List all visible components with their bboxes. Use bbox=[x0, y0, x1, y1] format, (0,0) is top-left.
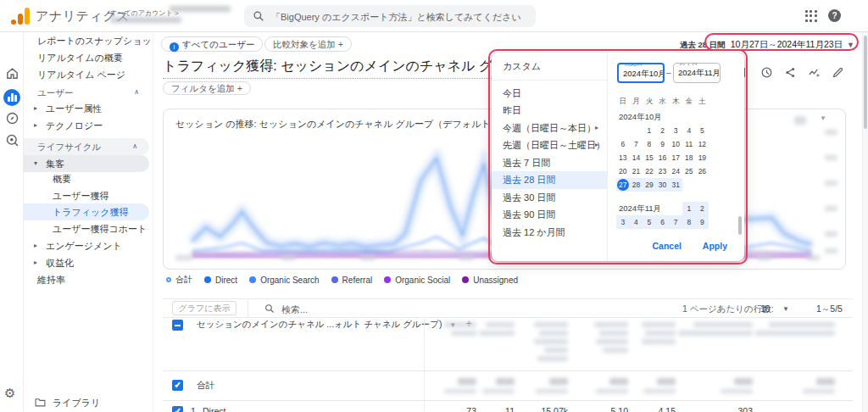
calendar-day[interactable]: 15 bbox=[643, 151, 656, 164]
sidebar-item[interactable]: 維持率 bbox=[24, 271, 151, 288]
advertising-icon[interactable] bbox=[5, 133, 19, 148]
select-all-checkbox[interactable] bbox=[172, 320, 183, 331]
legend-item[interactable]: Direct bbox=[204, 274, 237, 286]
calendar-day[interactable]: 1 bbox=[682, 202, 696, 215]
date-preset-option[interactable]: カスタム bbox=[492, 58, 607, 75]
share-icon[interactable] bbox=[784, 66, 797, 79]
page-scrollbar[interactable] bbox=[862, 32, 868, 412]
start-date-field[interactable]: 開始日 2024年10月2 bbox=[617, 63, 665, 83]
audience-chip[interactable]: iすべてのユーザー bbox=[161, 36, 263, 52]
analytics-logo-icon[interactable] bbox=[11, 8, 30, 25]
sidebar-item[interactable]: ユーザー∧ bbox=[24, 84, 151, 101]
sidebar-item[interactable]: レポートのスナップショット bbox=[24, 32, 151, 49]
date-range-button[interactable]: 過去 28 日間10月27日～2024年11月23日▼ bbox=[669, 36, 854, 52]
sidebar-item[interactable]: ライフサイクル∧ bbox=[24, 138, 149, 155]
show-on-chart-button[interactable]: グラフに表示 bbox=[172, 301, 236, 315]
calendar-day[interactable]: 4 bbox=[630, 215, 643, 229]
scrollbar-thumb[interactable] bbox=[864, 36, 867, 129]
calendar-day[interactable]: 14 bbox=[630, 151, 643, 164]
date-preset-option[interactable]: 過去 12 か月間 bbox=[492, 224, 607, 240]
explore-icon[interactable] bbox=[5, 111, 19, 125]
chart-type-icon[interactable] bbox=[794, 116, 806, 125]
calendar-day[interactable]: 6 bbox=[616, 137, 630, 151]
sidebar-item-library[interactable]: ライブラリ bbox=[24, 394, 151, 411]
picker-scrollbar[interactable] bbox=[738, 216, 742, 235]
collapse-section-icon[interactable]: ∧ bbox=[134, 84, 139, 101]
calendar-day[interactable]: 18 bbox=[682, 151, 696, 164]
row1-checkbox[interactable] bbox=[172, 406, 183, 412]
apply-button[interactable]: Apply bbox=[703, 241, 727, 251]
end-date-field[interactable]: 終了日 2024年11月2 bbox=[673, 63, 721, 83]
date-preset-option[interactable]: 過去 30 日間 bbox=[492, 189, 607, 207]
reports-icon[interactable] bbox=[3, 89, 20, 106]
home-icon[interactable] bbox=[5, 66, 19, 81]
chart-menu-chevron-icon[interactable]: ▼ bbox=[820, 114, 826, 122]
rows-per-page-chevron-icon[interactable]: ▼ bbox=[782, 305, 789, 313]
date-preset-option[interactable]: 先週（日曜日～土曜日）▸ bbox=[492, 136, 607, 154]
calendar-day[interactable]: 3 bbox=[669, 124, 682, 137]
calendar-day[interactable]: 27 bbox=[616, 178, 630, 192]
calendar-day[interactable]: 16 bbox=[656, 151, 670, 164]
apps-grid-icon[interactable] bbox=[805, 10, 817, 22]
edit-pencil-icon[interactable] bbox=[832, 66, 844, 79]
sidebar-item[interactable]: 概要 bbox=[24, 170, 151, 187]
calendar-day[interactable]: 20 bbox=[616, 164, 630, 178]
calendar-day[interactable]: 8 bbox=[643, 137, 656, 151]
calendar-day[interactable]: 22 bbox=[643, 164, 656, 178]
calendar-day[interactable]: 25 bbox=[682, 164, 696, 178]
date-preset-option[interactable]: 今日 bbox=[492, 85, 607, 103]
calendar-day[interactable]: 4 bbox=[682, 124, 696, 137]
calendar-day[interactable]: 19 bbox=[696, 151, 709, 164]
sidebar-item[interactable]: リアルタイム ページ bbox=[24, 66, 151, 83]
legend-item[interactable]: 合計 bbox=[166, 274, 192, 286]
calendar-day[interactable]: 28 bbox=[630, 178, 643, 192]
calendar-day[interactable]: 17 bbox=[669, 151, 682, 164]
legend-item[interactable]: Unassigned bbox=[462, 274, 518, 286]
sidebar-item[interactable]: ユーザー獲得 bbox=[24, 187, 151, 204]
insights-clock-icon[interactable] bbox=[760, 66, 773, 79]
calendar-day[interactable]: 31 bbox=[669, 178, 682, 192]
calendar-day[interactable]: 3 bbox=[616, 215, 630, 229]
calendar-day[interactable]: 23 bbox=[656, 164, 670, 178]
calendar-day[interactable]: 29 bbox=[643, 178, 656, 192]
legend-item[interactable]: Referral bbox=[331, 274, 373, 286]
date-preset-option[interactable]: 今週（日曜日～本日）▸ bbox=[492, 120, 607, 137]
calendar-day[interactable]: 12 bbox=[696, 137, 709, 151]
calendar-day[interactable]: 9 bbox=[696, 215, 709, 229]
calendar-day[interactable]: 13 bbox=[616, 151, 630, 164]
calendar-day[interactable]: 8 bbox=[682, 215, 696, 229]
sidebar-item[interactable]: ▸エンゲージメント bbox=[24, 237, 151, 254]
global-search-input[interactable]: 「BigQuery のエクスポート方法」と検索してみてください bbox=[244, 5, 536, 27]
cancel-button[interactable]: Cancel bbox=[652, 241, 681, 251]
totals-checkbox[interactable] bbox=[172, 380, 183, 391]
calendar-day[interactable]: 7 bbox=[669, 215, 682, 229]
insights-spark-icon[interactable] bbox=[808, 66, 821, 79]
help-icon[interactable]: ? bbox=[828, 9, 841, 22]
calendar-day[interactable]: 5 bbox=[643, 215, 656, 229]
sidebar-item[interactable]: ▸収益化 bbox=[24, 254, 151, 271]
dimension-column-header[interactable]: セッションのメインのチャネル ...ォルト チャネル グループ) ▼ + bbox=[197, 317, 472, 331]
calendar-day[interactable]: 6 bbox=[656, 215, 670, 229]
calendar-day[interactable]: 30 bbox=[656, 178, 670, 192]
admin-gear-icon[interactable]: ⚙ bbox=[4, 386, 15, 401]
calendar-day[interactable]: 11 bbox=[682, 137, 696, 151]
calendar-day[interactable]: 2 bbox=[696, 202, 709, 215]
collapse-section-icon[interactable]: ∧ bbox=[132, 138, 137, 155]
sidebar-item[interactable]: ▾集客 bbox=[24, 155, 149, 172]
date-preset-option[interactable]: 過去 7 日間 bbox=[492, 154, 607, 172]
table-search-icon[interactable] bbox=[264, 303, 275, 314]
legend-item[interactable]: Organic Search bbox=[249, 274, 319, 286]
legend-item[interactable]: Organic Social bbox=[384, 274, 450, 286]
sidebar-item[interactable]: ▸ユーザー属性 bbox=[24, 100, 151, 117]
calendar-day[interactable]: 21 bbox=[630, 164, 643, 178]
calendar-day[interactable]: 9 bbox=[656, 137, 670, 151]
table-search-input[interactable]: 検索... bbox=[281, 303, 308, 316]
add-comparison-chip[interactable]: 比較対象を追加 + bbox=[264, 36, 352, 52]
calendar-day[interactable]: 26 bbox=[696, 164, 709, 178]
sidebar-item[interactable]: ▸テクノロジー bbox=[24, 117, 151, 134]
sidebar-item[interactable]: ユーザー獲得コホート bbox=[24, 220, 151, 237]
sidebar-item[interactable]: トラフィック獲得 bbox=[24, 203, 149, 220]
sidebar-item[interactable]: リアルタイムの概要 bbox=[24, 49, 151, 66]
date-preset-option[interactable]: 過去 90 日間 bbox=[492, 206, 607, 224]
calendar-day[interactable]: 2 bbox=[656, 124, 670, 137]
